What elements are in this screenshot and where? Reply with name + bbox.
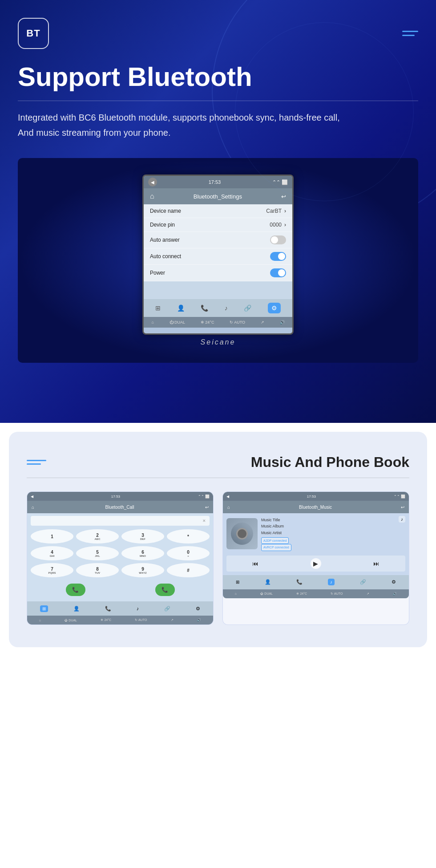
bluetooth-settings-screen: ◀ 17:53 ⌃⌃ ⬜ ⌂ Bluetooth_Settings ↩ Devi… xyxy=(142,174,294,335)
music-screen-title: Bluetooth_Music xyxy=(299,505,332,510)
call-statusbar2: ⌂ ⏻ DUAL ❄ 24°C ↻ AUTO ↗ 🔊 xyxy=(27,616,213,625)
dial-5[interactable]: 5JKL xyxy=(76,546,119,560)
dial-3[interactable]: 3DEF xyxy=(121,529,164,544)
settings-icon[interactable]: ⚙ xyxy=(268,303,281,313)
dial-star[interactable]: * xyxy=(167,529,210,544)
call-grid-icon[interactable]: ⊞ xyxy=(40,605,48,612)
music-content: ♪ Music Title Music Album Music Artist xyxy=(223,513,409,575)
dial-1[interactable]: 1 xyxy=(31,529,73,544)
avrcp-badge: AVRCP connected xyxy=(261,544,291,551)
call-navbar: ⌂ Bluetooth_Call ↩ xyxy=(27,501,213,513)
screen-bottom-nav: ⊞ 👤 📞 ♪ 🔗 ⚙ xyxy=(144,299,292,317)
hangup-button[interactable]: 📞 xyxy=(155,584,175,596)
dial-6[interactable]: 6MNO xyxy=(121,546,164,560)
dial-9[interactable]: 9WXYZ xyxy=(121,563,164,577)
dial-hash[interactable]: # xyxy=(167,563,210,577)
screen-statusbar2: ⌂ ⏻ DUAL ❄ 24°C ↻ AUTO ↗ 🔊 xyxy=(144,317,292,328)
section2-divider xyxy=(27,478,409,478)
prev-button[interactable]: ⏮ xyxy=(252,560,258,567)
car-container: ◀ 17:53 ⌃⌃ ⬜ ⌂ Bluetooth_Settings ↩ Devi… xyxy=(18,158,418,363)
music-statusbar: ◀ 17:53 ⌃⌃ ⬜ xyxy=(223,492,409,501)
music-home-icon[interactable]: ⌂ xyxy=(227,505,230,510)
call-back-btn[interactable]: ◀ xyxy=(31,495,33,499)
call-statusbar: ◀ 17:53 ⌃⌃ ⬜ xyxy=(27,492,213,501)
screen-title: Bluetooth_Settings xyxy=(194,193,242,200)
screen-navbar: ⌂ Bluetooth_Settings ↩ xyxy=(144,188,292,204)
music-bottom-nav: ⊞ 👤 📞 ♪ 🔗 ⚙ xyxy=(223,575,409,589)
link-icon[interactable]: 🔗 xyxy=(244,304,251,312)
hamburger-line-2 xyxy=(402,35,415,36)
bt-logo: BT xyxy=(18,18,49,49)
hero-section: BT Support Bluetooth Integrated with BC6… xyxy=(0,0,436,423)
call-action-buttons: 📞 📞 xyxy=(31,581,210,599)
device-name-row[interactable]: Device name CarBT › xyxy=(144,204,292,218)
back-button[interactable]: ◀ xyxy=(148,178,157,187)
screens-row: ◀ 17:53 ⌃⌃ ⬜ ⌂ Bluetooth_Call ↩ ✕ 1 xyxy=(27,491,409,625)
auto-connect-toggle[interactable] xyxy=(270,252,286,261)
dial-0[interactable]: 0+ xyxy=(167,546,210,560)
back-arrow-icon[interactable]: ↩ xyxy=(281,193,286,200)
call-link-icon[interactable]: 🔗 xyxy=(164,606,170,612)
call-home-icon[interactable]: ⌂ xyxy=(32,505,34,510)
music-phone-icon[interactable]: 📞 xyxy=(296,579,303,585)
music-info: Music Title Music Album Music Artist A2D… xyxy=(261,517,293,551)
hamburger-line-1 xyxy=(402,31,418,32)
hero-divider xyxy=(18,101,418,101)
call-phone-icon[interactable]: 📞 xyxy=(105,606,111,612)
album-art xyxy=(226,518,258,549)
music-settings-icon[interactable]: ⚙ xyxy=(392,579,396,585)
device-pin-row[interactable]: Device pin 0000 › xyxy=(144,218,292,232)
dial-8[interactable]: 8TUV xyxy=(76,563,119,577)
call-content: ✕ 1 2ABC 3DEF * 4GHI 5JKL 6MNO 0+ 7PQRS … xyxy=(27,513,213,601)
call-back-icon[interactable]: ↩ xyxy=(205,505,209,510)
chevron-right-icon: › xyxy=(284,222,286,228)
call-screen-card: ◀ 17:53 ⌃⌃ ⬜ ⌂ Bluetooth_Call ↩ ✕ 1 xyxy=(27,491,214,625)
section2: Music And Phone Book ◀ 17:53 ⌃⌃ ⬜ ⌂ Blue… xyxy=(9,432,427,647)
answer-button[interactable]: 📞 xyxy=(66,584,85,596)
dialpad: 1 2ABC 3DEF * 4GHI 5JKL 6MNO 0+ 7PQRS 8T… xyxy=(31,529,210,577)
section2-menu-icon[interactable] xyxy=(27,460,46,465)
call-music-icon[interactable]: ♪ xyxy=(137,606,139,611)
section2-title: Music And Phone Book xyxy=(251,454,409,471)
dial-7[interactable]: 7PQRS xyxy=(31,563,73,577)
play-button[interactable]: ▶ xyxy=(311,558,321,569)
music-navbar: ⌂ Bluetooth_Music ↩ xyxy=(223,501,409,513)
music-title: Music Title xyxy=(261,517,293,523)
music-grid-icon[interactable]: ⊞ xyxy=(236,580,239,584)
music-note-button[interactable]: ♪ xyxy=(399,516,405,523)
section2-header: Music And Phone Book xyxy=(27,454,409,471)
hero-description: Integrated with BC6 Bluetooth module, su… xyxy=(18,110,418,140)
call-settings-icon[interactable]: ⚙ xyxy=(196,606,200,612)
auto-answer-toggle[interactable] xyxy=(270,235,286,244)
call-person-icon[interactable]: 👤 xyxy=(73,606,80,612)
home-icon[interactable]: ⌂ xyxy=(150,192,154,200)
next-button[interactable]: ⏭ xyxy=(373,560,379,567)
music-screen: ◀ 17:53 ⌃⌃ ⬜ ⌂ Bluetooth_Music ↩ ♪ xyxy=(223,492,409,598)
person-icon[interactable]: 👤 xyxy=(177,304,185,312)
music-back-icon[interactable]: ↩ xyxy=(401,505,404,510)
hero-topbar: BT xyxy=(18,18,418,49)
auto-answer-row: Auto answer xyxy=(144,232,292,248)
clear-icon[interactable]: ✕ xyxy=(202,519,206,523)
call-bottom-nav: ⊞ 👤 📞 ♪ 🔗 ⚙ xyxy=(27,601,213,616)
power-toggle[interactable] xyxy=(270,268,286,277)
music-album: Music Album xyxy=(261,523,293,529)
call-screen-title: Bluetooth_Call xyxy=(105,505,134,510)
music-controls: ⏮ ▶ ⏭ xyxy=(226,556,405,572)
power-row: Power xyxy=(144,265,292,281)
a2dp-badge: A2DP connected xyxy=(261,537,289,544)
music-player: Music Title Music Album Music Artist A2D… xyxy=(226,517,405,551)
music-back-btn[interactable]: ◀ xyxy=(226,495,229,499)
grid-icon[interactable]: ⊞ xyxy=(155,304,161,312)
dial-4[interactable]: 4GHI xyxy=(31,546,73,560)
car-background: ◀ 17:53 ⌃⌃ ⬜ ⌂ Bluetooth_Settings ↩ Devi… xyxy=(18,158,418,363)
phone-icon[interactable]: 📞 xyxy=(201,304,208,312)
music-link-icon[interactable]: 🔗 xyxy=(360,579,366,585)
hamburger-menu[interactable] xyxy=(402,31,418,36)
brand-label: Seicane xyxy=(201,338,236,346)
music-icon[interactable]: ♪ xyxy=(225,304,228,312)
dial-2[interactable]: 2ABC xyxy=(76,529,119,544)
music-note-icon[interactable]: ♪ xyxy=(328,579,335,585)
music-person-icon[interactable]: 👤 xyxy=(265,579,271,585)
call-search-input[interactable]: ✕ xyxy=(31,516,210,526)
